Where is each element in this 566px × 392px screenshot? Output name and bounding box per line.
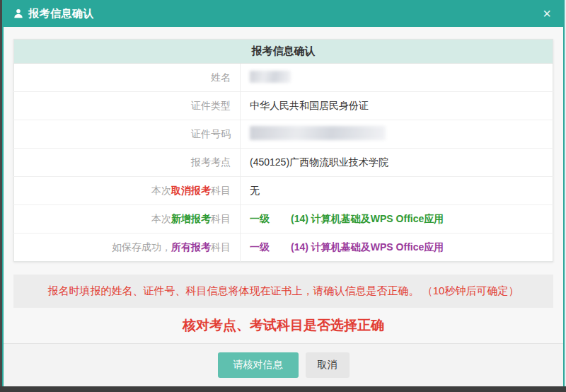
table-row-new-subjects: 本次新增报考科目 一级(14) 计算机基础及WPS Office应用 bbox=[14, 205, 553, 234]
table-row-id-number: 证件号码 bbox=[14, 120, 553, 149]
label-part: 本次 bbox=[151, 213, 171, 224]
exam-site-value: (450125)广西物流职业技术学院 bbox=[241, 149, 553, 177]
new-subjects-value: 一级(14) 计算机基础及WPS Office应用 bbox=[241, 205, 553, 234]
dialog-body: 报考信息确认 姓名 证件类型 中华人民共和国居民身份证 证件号码 bbox=[4, 27, 563, 343]
table-row-exam-site: 报考考点 (450125)广西物流职业技术学院 bbox=[14, 149, 553, 177]
verify-headline: 核对考点、考试科目是否选择正确 bbox=[13, 315, 553, 343]
exam-site-label: 报考考点 bbox=[14, 149, 241, 177]
label-part: 如保存成功， bbox=[112, 241, 171, 253]
name-label: 姓名 bbox=[14, 64, 241, 92]
cancelled-subjects-value: 无 bbox=[241, 177, 553, 205]
user-icon bbox=[13, 8, 23, 18]
window-frame-bottom bbox=[0, 386, 566, 392]
registration-info-table: 报考信息确认 姓名 证件类型 中华人民共和国居民身份证 证件号码 bbox=[13, 39, 553, 262]
name-value bbox=[241, 64, 553, 92]
id-type-label: 证件类型 bbox=[14, 92, 241, 120]
cancel-button[interactable]: 取消 bbox=[306, 352, 350, 378]
redacted-id-number-value bbox=[250, 126, 386, 140]
redacted-name-value bbox=[250, 71, 291, 83]
all-subjects-label: 如保存成功，所有报考科目 bbox=[14, 234, 241, 262]
label-part: 本次 bbox=[151, 185, 171, 196]
label-part-emphasis: 新增报考 bbox=[171, 213, 211, 224]
subject-level: 一级 bbox=[250, 241, 291, 254]
table-row-cancelled-subjects: 本次取消报考科目 无 bbox=[14, 177, 553, 205]
subject-level: 一级 bbox=[250, 213, 291, 226]
subject-course: (14) 计算机基础及WPS Office应用 bbox=[291, 213, 444, 224]
label-part-emphasis: 所有报考 bbox=[171, 241, 211, 253]
table-row-name: 姓名 bbox=[14, 64, 553, 92]
label-part: 科目 bbox=[211, 213, 231, 224]
dialog-footer: 请核对信息 取消 bbox=[4, 343, 563, 391]
confirm-dialog: 报考信息确认 × 报考信息确认 姓名 证件类型 中华人民共和国居民身份证 bbox=[2, 0, 565, 392]
dialog-title: 报考信息确认 bbox=[28, 7, 541, 21]
table-row-id-type: 证件类型 中华人民共和国居民身份证 bbox=[14, 92, 553, 120]
id-type-value: 中华人民共和国居民身份证 bbox=[241, 92, 553, 120]
subject-course: (14) 计算机基础及WPS Office应用 bbox=[291, 241, 444, 253]
page: 报考信息确认 × 报考信息确认 姓名 证件类型 中华人民共和国居民身份证 bbox=[0, 0, 566, 392]
table-row-all-subjects: 如保存成功，所有报考科目 一级(14) 计算机基础及WPS Office应用 bbox=[14, 234, 553, 262]
id-number-value bbox=[241, 120, 553, 149]
cancelled-subjects-label: 本次取消报考科目 bbox=[14, 177, 241, 205]
table-header-title: 报考信息确认 bbox=[14, 40, 553, 64]
label-part-emphasis: 取消报考 bbox=[171, 185, 211, 196]
id-number-label: 证件号码 bbox=[14, 120, 241, 149]
dialog-titlebar: 报考信息确认 × bbox=[4, 0, 563, 27]
new-subjects-label: 本次新增报考科目 bbox=[14, 205, 241, 234]
label-part: 科目 bbox=[211, 185, 231, 196]
all-subjects-value: 一级(14) 计算机基础及WPS Office应用 bbox=[241, 234, 553, 262]
close-icon[interactable]: × bbox=[541, 6, 553, 21]
table-header-row: 报考信息确认 bbox=[14, 40, 553, 64]
notice-bar: 报名时填报的姓名、证件号、科目信息将体现在证书上，请确认信息是否正确。 （10秒… bbox=[13, 275, 553, 308]
label-part: 科目 bbox=[211, 241, 231, 253]
confirm-info-button[interactable]: 请核对信息 bbox=[218, 352, 299, 378]
